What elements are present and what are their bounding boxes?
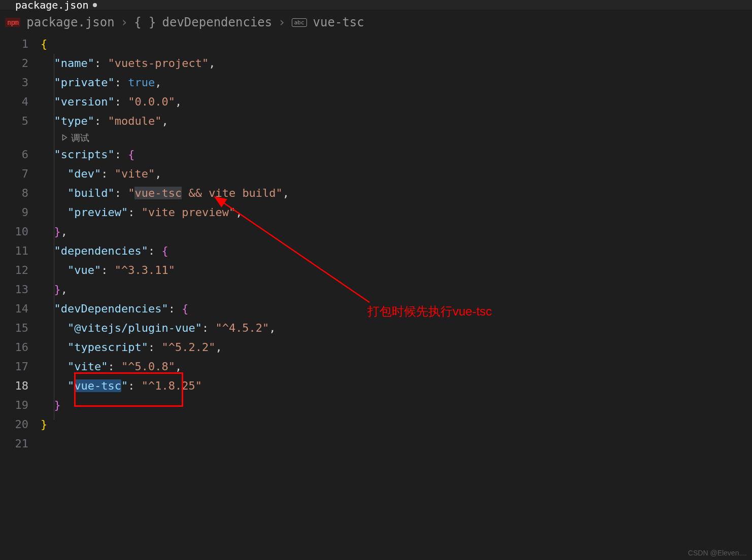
code-line: "private": true, (41, 73, 752, 92)
line-number: 17 (0, 357, 28, 376)
line-number: 18 (0, 376, 28, 396)
chevron-right-icon: › (278, 15, 285, 29)
code-line: "type": "module", (41, 112, 752, 131)
code-line: }, (41, 280, 752, 299)
abc-icon: abc (292, 18, 307, 27)
line-number: 16 (0, 338, 28, 357)
line-number: 5 (0, 112, 28, 131)
line-number: 4 (0, 92, 28, 112)
code-line: "devDependencies": { (41, 299, 752, 319)
code-line: "dependencies": { (41, 241, 752, 261)
line-number: 21 (0, 434, 28, 453)
braces-icon: { } (134, 15, 156, 29)
play-icon (61, 131, 68, 145)
code-line: "preview": "vite preview", (41, 203, 752, 222)
code-line: "dev": "vite", (41, 164, 752, 184)
code-line: }, (41, 222, 752, 241)
npm-icon: npm (5, 18, 20, 27)
breadcrumb-item[interactable]: vue-tsc (313, 15, 364, 29)
line-number-gutter: 1 2 3 4 5 6 7 8 9 10 11 12 13 14 15 16 1… (0, 34, 41, 453)
code-line (41, 434, 752, 453)
line-number: 10 (0, 222, 28, 241)
line-number: 7 (0, 164, 28, 184)
modified-dot-icon (93, 3, 97, 7)
line-number: 9 (0, 203, 28, 222)
breadcrumb[interactable]: npm package.json › { } devDependencies ›… (0, 10, 752, 34)
codelens-debug[interactable]: 调试 (41, 131, 752, 145)
line-number: 3 (0, 73, 28, 92)
line-number: 1 (0, 34, 28, 54)
breadcrumb-item[interactable]: package.json (26, 15, 114, 29)
code-line: } (41, 396, 752, 415)
line-number: 20 (0, 415, 28, 434)
breadcrumb-item[interactable]: devDependencies (162, 15, 272, 29)
code-line: "scripts": { (41, 145, 752, 164)
code-line: "vue-tsc": "^1.8.25" (41, 376, 752, 396)
tab-label: package.json (15, 0, 89, 11)
code-line: "version": "0.0.0", (41, 92, 752, 112)
code-content[interactable]: { "name": "vuets-project", "private": tr… (41, 34, 752, 453)
watermark: CSDN @Eleven.... (688, 549, 747, 557)
line-number: 6 (0, 145, 28, 164)
line-number: 13 (0, 280, 28, 299)
line-number: 11 (0, 241, 28, 261)
chevron-right-icon: › (121, 15, 128, 29)
code-line: "@vitejs/plugin-vue": "^4.5.2", (41, 319, 752, 338)
code-line: "build": "vue-tsc && vite build", (41, 184, 752, 203)
code-line: "name": "vuets-project", (41, 54, 752, 73)
code-editor[interactable]: 1 2 3 4 5 6 7 8 9 10 11 12 13 14 15 16 1… (0, 34, 752, 453)
line-number: 15 (0, 319, 28, 338)
tab-package-json[interactable]: package.json (15, 0, 97, 11)
line-number: 8 (0, 184, 28, 203)
code-line: { (41, 34, 752, 54)
line-number: 19 (0, 396, 28, 415)
editor-tabs: package.json (0, 0, 752, 10)
line-number: 12 (0, 261, 28, 280)
code-line: "vue": "^3.3.11" (41, 261, 752, 280)
code-line: "typescript": "^5.2.2", (41, 338, 752, 357)
code-line: "vite": "^5.0.8", (41, 357, 752, 376)
line-number: 2 (0, 54, 28, 73)
code-line: } (41, 415, 752, 434)
line-number: 14 (0, 299, 28, 319)
